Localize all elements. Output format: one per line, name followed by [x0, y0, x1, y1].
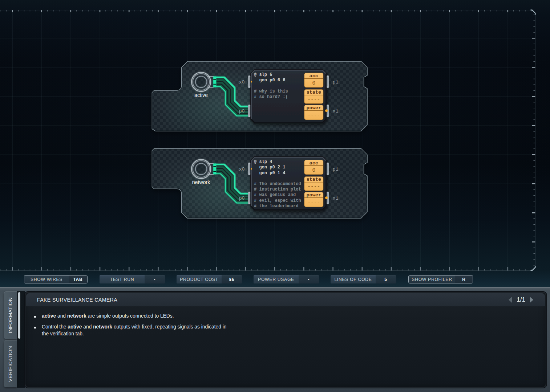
- svg-text:----: ----: [307, 112, 320, 118]
- svg-text:# instruction plot: # instruction plot: [254, 187, 301, 192]
- svg-text:p0: p0: [239, 196, 245, 201]
- svg-text:x1: x1: [333, 109, 339, 114]
- svg-text:gen p0 1 4: gen p0 1 4: [254, 171, 285, 176]
- svg-text:----: ----: [307, 199, 320, 205]
- svg-text:x1: x1: [333, 196, 339, 201]
- svg-text:power: power: [306, 105, 321, 111]
- svg-text:@ slp 4: @ slp 4: [254, 159, 272, 164]
- svg-text:gen p0 6 6: gen p0 6 6: [254, 78, 285, 83]
- svg-text:network: network: [192, 179, 211, 185]
- svg-text:@ slp 6: @ slp 6: [254, 72, 272, 77]
- svg-text:# evil, espec with: # evil, espec with: [254, 198, 301, 203]
- svg-text:# so hard? :(: # so hard? :(: [254, 94, 288, 99]
- svg-text:state: state: [306, 177, 321, 182]
- svg-text:x0: x0: [239, 79, 245, 85]
- svg-text:p1: p1: [333, 167, 339, 172]
- svg-text:----: ----: [307, 184, 320, 189]
- svg-text:active: active: [194, 92, 208, 98]
- svg-text:----: ----: [307, 97, 320, 102]
- svg-text:acc: acc: [310, 160, 318, 166]
- svg-text:# why is this: # why is this: [254, 89, 288, 94]
- svg-text:# The undocumented: # The undocumented: [254, 181, 301, 187]
- svg-text:p0: p0: [239, 109, 245, 114]
- svg-text:x0: x0: [239, 167, 245, 172]
- svg-text:state: state: [306, 90, 321, 95]
- svg-text:# the leaderboard: # the leaderboard: [254, 204, 298, 209]
- svg-text:gen p0 2 1: gen p0 2 1: [254, 165, 285, 170]
- svg-text:power: power: [306, 192, 321, 198]
- svg-text:0: 0: [312, 80, 315, 86]
- svg-text:0: 0: [312, 167, 315, 173]
- svg-text:acc: acc: [310, 73, 318, 79]
- svg-text:p1: p1: [333, 79, 339, 85]
- svg-text:# was genius and: # was genius and: [254, 192, 296, 197]
